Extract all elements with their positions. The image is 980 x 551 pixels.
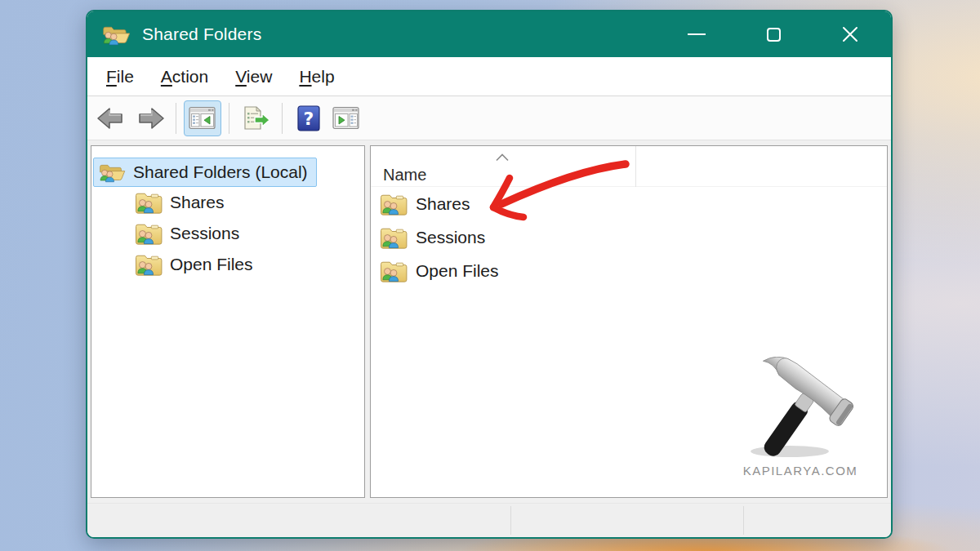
maximize-button[interactable] <box>747 11 800 57</box>
shared-folder-icon <box>134 190 163 215</box>
back-arrow-icon <box>96 106 127 131</box>
toolbar-separator <box>229 103 229 134</box>
list-item-label: Open Files <box>416 261 499 281</box>
close-icon <box>841 25 859 43</box>
shared-folder-icon <box>134 221 163 246</box>
svg-text:?: ? <box>304 109 314 129</box>
list-item-label: Shares <box>416 194 470 214</box>
statusbar <box>87 503 891 537</box>
menu-action[interactable]: Action <box>161 67 208 87</box>
tree-item-shares[interactable]: Shares <box>91 187 364 218</box>
results-list-pane: Name Shares Sessions Open Files <box>370 145 888 498</box>
minimize-button[interactable] <box>670 11 723 57</box>
show-console-tree-button[interactable] <box>184 100 221 136</box>
toolbar-separator <box>282 103 283 134</box>
shared-folder-icon <box>134 252 163 277</box>
menu-view[interactable]: View <box>235 67 272 87</box>
forward-button[interactable] <box>131 100 168 136</box>
shared-folders-window: Shared Folders File Action View Help <box>86 10 893 539</box>
show-action-pane-button[interactable] <box>327 100 365 136</box>
list-header-row: Name <box>371 146 887 187</box>
shared-folder-icon <box>379 225 408 250</box>
shared-folders-app-icon <box>101 22 131 47</box>
console-tree-icon <box>189 106 216 131</box>
close-button[interactable] <box>824 11 876 57</box>
maximize-icon <box>767 28 781 42</box>
forward-arrow-icon <box>134 106 165 131</box>
tree-item-label: Open Files <box>170 255 253 274</box>
menu-file[interactable]: File <box>106 67 134 87</box>
tree-item-label: Sessions <box>170 224 239 243</box>
tree-item-label: Shares <box>170 193 225 212</box>
export-list-icon <box>241 105 270 131</box>
back-button[interactable] <box>93 100 131 136</box>
menu-help[interactable]: Help <box>299 67 334 87</box>
export-list-button[interactable] <box>237 100 274 136</box>
list-item-label: Sessions <box>416 228 485 247</box>
column-header-name[interactable]: Name <box>383 166 426 184</box>
help-icon: ? <box>296 105 321 131</box>
toolbar: ? <box>87 96 891 140</box>
desktop: { "window": { "title": "Shared Folders",… <box>0 0 980 551</box>
console-content: Shared Folders (Local) Shares Sessions O… <box>87 140 891 503</box>
statusbar-divider <box>510 506 511 535</box>
column-divider[interactable] <box>635 146 636 187</box>
window-controls <box>670 11 876 57</box>
titlebar[interactable]: Shared Folders <box>87 11 891 57</box>
list-item-shares[interactable]: Shares <box>371 187 887 220</box>
tree-item-sessions[interactable]: Sessions <box>91 218 364 249</box>
tree-item-shared-folders-local[interactable]: Shared Folders (Local) <box>93 158 317 187</box>
statusbar-divider <box>743 506 744 535</box>
console-tree-pane: Shared Folders (Local) Shares Sessions O… <box>91 145 365 498</box>
menubar: File Action View Help <box>87 57 891 96</box>
toolbar-separator <box>176 103 176 134</box>
shared-folders-open-icon <box>98 160 127 184</box>
window-title: Shared Folders <box>142 24 261 44</box>
watermark: KAPILARYA.COM <box>735 357 866 478</box>
minimize-icon <box>688 33 706 35</box>
list-item-open-files[interactable]: Open Files <box>371 254 887 287</box>
tree-item-label: Shared Folders (Local) <box>133 162 308 182</box>
watermark-text: KAPILARYA.COM <box>735 464 866 478</box>
action-pane-icon <box>332 106 360 131</box>
shared-folder-icon <box>379 192 408 216</box>
tree-item-open-files[interactable]: Open Files <box>91 249 364 280</box>
hammer-icon <box>739 357 862 459</box>
shared-folder-icon <box>379 259 408 283</box>
sort-ascending-icon <box>495 153 510 162</box>
list-item-sessions[interactable]: Sessions <box>371 220 887 254</box>
help-button[interactable]: ? <box>290 100 327 136</box>
